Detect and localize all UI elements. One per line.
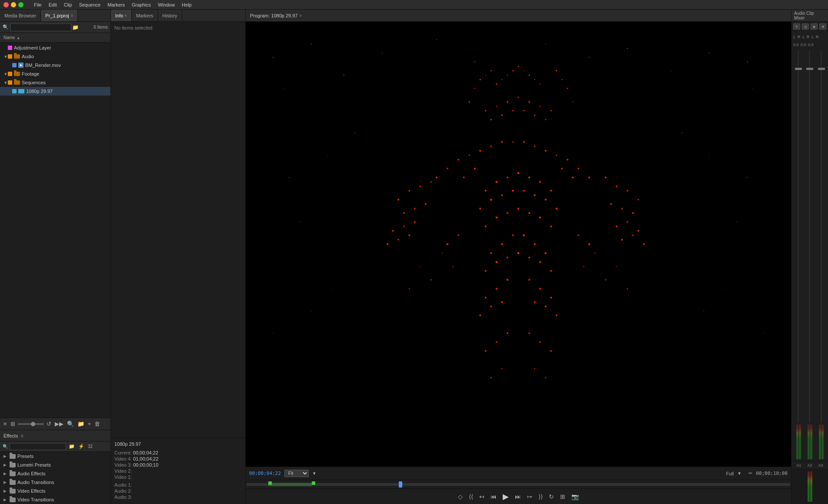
step-back-frame-btn[interactable]: ⟨⟨ xyxy=(467,492,475,501)
fader-thumb-a3[interactable] xyxy=(818,68,825,70)
scrubber-track[interactable] xyxy=(247,483,790,486)
svg-point-166 xyxy=(539,341,541,343)
step-forward-btn[interactable]: ⏭ xyxy=(513,492,523,501)
grid-view-btn[interactable]: ⊞ xyxy=(10,420,16,428)
tab-project[interactable]: Pr_1.prproj ≡ xyxy=(41,10,78,21)
loop-btn2[interactable]: ↻ xyxy=(547,492,556,501)
audio-icon-4[interactable]: ⊕ xyxy=(819,23,826,30)
menu-window[interactable]: Window xyxy=(158,2,175,7)
right-panel: Audio Clip Mixer ↻ ◎ ◈ ⊕ L R L R L R 0.0… xyxy=(791,10,828,504)
autoplay-btn[interactable]: ▶▶ xyxy=(54,420,64,428)
svg-point-90 xyxy=(539,181,541,182)
svg-point-165 xyxy=(528,332,530,334)
fader-track-a1[interactable] xyxy=(798,50,799,423)
effects-item-presets[interactable]: ▶ Presets xyxy=(0,452,110,461)
new-bin-btn[interactable]: 📁 xyxy=(77,420,85,428)
tree-item-adjustment-layer[interactable]: Adjustment Layer xyxy=(0,43,110,52)
svg-point-78 xyxy=(632,212,634,214)
presets-expand: ▶ xyxy=(3,454,8,458)
search-input[interactable] xyxy=(10,23,71,31)
audio-mixer-controls: ↻ ◎ ◈ ⊕ xyxy=(791,22,828,33)
effects-item-lumetri[interactable]: ▶ Lumetri Presets xyxy=(0,461,110,469)
fader-track-a3[interactable] xyxy=(821,50,822,423)
step-forward-frame-btn[interactable]: ⟩⟩ xyxy=(537,492,544,501)
tab-info[interactable]: Info ≡ xyxy=(111,10,132,21)
search-icon: 🔍 xyxy=(3,24,9,30)
list-view-btn[interactable]: ≡ xyxy=(3,420,8,428)
audio-icon-2[interactable]: ◎ xyxy=(802,23,809,30)
fader-thumb-a1[interactable] xyxy=(795,68,802,70)
effects-new-folder[interactable]: 📁 xyxy=(68,443,76,450)
minimize-button[interactable] xyxy=(11,2,16,7)
menu-edit[interactable]: Edit xyxy=(49,2,57,7)
svg-point-98 xyxy=(545,199,547,201)
tab-history[interactable]: History xyxy=(158,10,182,21)
menu-sequence[interactable]: Sequence xyxy=(79,2,101,7)
svg-point-1 xyxy=(273,57,274,58)
menu-markers[interactable]: Markers xyxy=(107,2,125,7)
effects-item-audio-transitions[interactable]: ▶ Audio Transitions xyxy=(0,478,110,487)
maximize-button[interactable] xyxy=(18,2,23,7)
play-btn[interactable]: ▶ xyxy=(501,491,511,503)
menu-graphics[interactable]: Graphics xyxy=(132,2,151,7)
video3-info-row: Video 3: 00;00;00;10 xyxy=(114,462,242,468)
tree-item-sequences[interactable]: ▼ Sequences xyxy=(0,78,110,87)
effects-item-audio-effects[interactable]: ▶ Audio Effects xyxy=(0,469,110,478)
svg-point-111 xyxy=(534,243,536,245)
svg-point-21 xyxy=(540,83,541,84)
vu-bar-a2-l xyxy=(808,424,810,459)
go-to-in-btn[interactable]: ↤ xyxy=(477,492,486,501)
program-menu-icon[interactable]: ≡ xyxy=(299,13,301,18)
name-column-header[interactable]: Name ▲ xyxy=(3,35,20,40)
audio-icon-3[interactable]: ◈ xyxy=(811,23,818,30)
close-button[interactable] xyxy=(3,2,9,7)
video4-info-row: Video 4: 01;00;04;22 xyxy=(114,456,242,461)
svg-point-41 xyxy=(523,110,525,112)
step-back-btn[interactable]: ⏮ xyxy=(489,492,498,501)
svg-point-155 xyxy=(474,168,476,169)
info-menu-icon[interactable]: ≡ xyxy=(124,13,127,18)
tree-item-audio[interactable]: ▼ Audio xyxy=(0,52,110,61)
effects-menu-icon[interactable]: ≡ xyxy=(20,433,23,438)
audio2-label: Audio 2: xyxy=(114,488,132,494)
safe-margins-btn[interactable]: ⊞ xyxy=(558,492,567,501)
menu-clip[interactable]: Clip xyxy=(64,2,72,7)
fader-thumb-a2[interactable] xyxy=(806,68,813,70)
effects-item-video-effects[interactable]: ▶ Video Effects xyxy=(0,487,110,495)
svg-point-112 xyxy=(545,252,547,254)
adjustment-layer-color xyxy=(8,46,12,50)
menu-help[interactable]: Help xyxy=(182,2,192,7)
media-browser-label: Media Browser xyxy=(4,13,36,18)
fit-dropdown[interactable]: Fit 25% 50% 75% 100% Full xyxy=(284,470,309,477)
playhead[interactable] xyxy=(399,481,402,487)
new-item-btn[interactable]: + xyxy=(87,420,92,428)
audio-icon-1[interactable]: ↻ xyxy=(793,23,800,30)
zoom-slider[interactable] xyxy=(18,423,44,425)
new-folder-icon[interactable]: 📁 xyxy=(71,23,80,31)
effects-accelerated[interactable]: ⚡ xyxy=(77,443,85,450)
export-frame-btn[interactable]: 📷 xyxy=(570,492,581,501)
out-point-marker[interactable] xyxy=(312,481,315,485)
go-to-out-btn[interactable]: ↦ xyxy=(525,492,534,501)
tab-media-browser[interactable]: Media Browser xyxy=(0,10,41,21)
video-effects-label: Video Effects xyxy=(17,488,45,494)
svg-point-67 xyxy=(403,225,405,227)
tab-markers[interactable]: Markers xyxy=(132,10,158,21)
add-marker-btn[interactable]: ◇ xyxy=(456,492,464,501)
fader-track-a2[interactable] xyxy=(809,50,810,423)
clear-btn[interactable]: 🗑 xyxy=(93,420,101,428)
project-menu-icon[interactable]: ≡ xyxy=(71,13,73,18)
svg-point-15 xyxy=(507,75,508,76)
program-scrubber[interactable] xyxy=(246,480,791,488)
effects-32bit[interactable]: 32 xyxy=(87,443,93,450)
search-bottom-btn[interactable]: 🔍 xyxy=(66,420,75,428)
tree-item-footage[interactable]: ▼ Footage xyxy=(0,70,110,78)
effects-search-input[interactable] xyxy=(10,443,66,450)
master-meter-bars xyxy=(792,471,827,502)
tree-item-1080p[interactable]: 1080p 29.97 xyxy=(0,87,110,96)
audio-effects-label: Audio Effects xyxy=(17,471,46,476)
loop-btn[interactable]: ↺ xyxy=(46,420,52,428)
menu-file[interactable]: File xyxy=(34,2,42,7)
tree-item-bm-render[interactable]: ▶ BM_Render.mov xyxy=(0,61,110,70)
effects-item-video-transitions[interactable]: ▶ Video Transitions xyxy=(0,495,110,504)
